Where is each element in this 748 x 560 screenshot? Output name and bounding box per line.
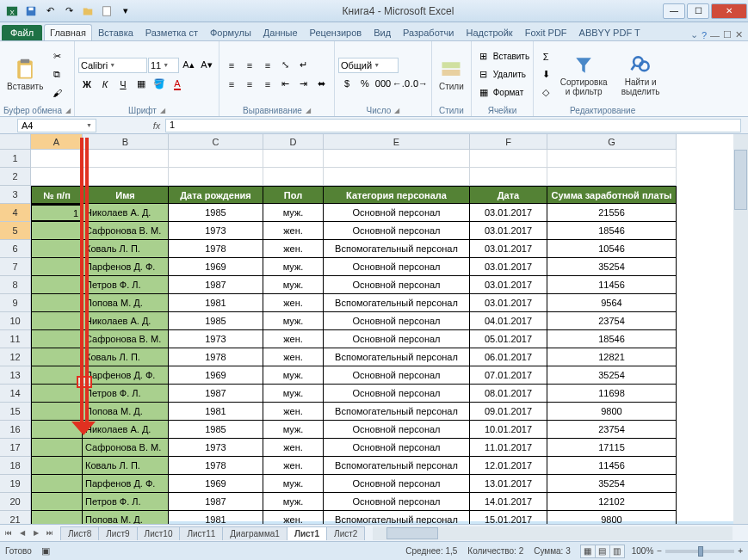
sheet-tab[interactable]: Лист8 [60, 526, 99, 540]
cell[interactable]: 23754 [547, 312, 677, 330]
qat-more-icon[interactable]: ▾ [117, 3, 134, 20]
ribbon-tab-8[interactable]: Надстройк [460, 24, 518, 40]
cell[interactable] [31, 457, 83, 475]
file-tab[interactable]: Файл [2, 25, 42, 40]
sheet-tab[interactable]: Диаграмма1 [222, 526, 287, 540]
cell[interactable]: Основной персонал [324, 366, 470, 385]
currency-icon[interactable]: $ [338, 75, 355, 92]
cell[interactable]: 03.01.2017 [470, 204, 547, 222]
row-header-9[interactable]: 9 [0, 294, 31, 312]
column-header-A[interactable]: A [31, 134, 83, 150]
cell[interactable]: 12102 [547, 493, 677, 511]
cell[interactable]: муж. [263, 421, 324, 439]
zoom-level[interactable]: 100% [632, 546, 654, 556]
cell[interactable]: 03.01.2017 [470, 294, 547, 312]
select-all-corner[interactable] [0, 134, 31, 150]
name-box[interactable]: A4▼ [17, 119, 96, 132]
cells-area[interactable]: № п/пИмяДата рожденияПолКатегория персон… [31, 150, 748, 529]
cell[interactable]: 1973 [169, 222, 263, 240]
cell[interactable]: Основной персонал [324, 330, 470, 348]
doc-restore-icon[interactable]: ☐ [723, 29, 732, 40]
cell[interactable] [31, 312, 83, 330]
worksheet-grid[interactable]: ABCDEFG 12345678910111213141516171819202… [0, 134, 748, 521]
sheet-last-icon[interactable]: ⏭ [43, 526, 57, 540]
cell[interactable]: муж. [263, 366, 324, 385]
table-header-cell[interactable]: Сумма заработной платы [547, 186, 677, 204]
vertical-scrollbar[interactable] [733, 134, 748, 524]
cell[interactable]: 1969 [169, 258, 263, 276]
cell[interactable]: 03.01.2017 [470, 240, 547, 258]
cell[interactable]: 18546 [547, 222, 677, 240]
cell[interactable]: жен. [263, 439, 324, 457]
cell[interactable]: Николаев А. Д. [83, 312, 169, 330]
cell[interactable]: муж. [263, 204, 324, 222]
number-format-combo[interactable]: Общий▼ [338, 58, 399, 73]
minimize-button[interactable]: — [663, 3, 685, 19]
cell[interactable]: Основной персонал [324, 222, 470, 240]
cell[interactable]: 35254 [547, 258, 677, 276]
cell[interactable]: Основной персонал [324, 421, 470, 439]
ribbon-tab-5[interactable]: Рецензиров [304, 24, 368, 40]
normal-view-icon[interactable]: ▦ [580, 545, 596, 558]
cell[interactable] [31, 222, 83, 240]
cell[interactable] [547, 150, 677, 168]
doc-minimize-icon[interactable]: — [710, 30, 720, 40]
sheet-tab[interactable]: Лист9 [98, 526, 137, 540]
sheet-tab[interactable]: Лист11 [179, 526, 223, 540]
cell[interactable] [31, 366, 83, 385]
cell[interactable] [31, 330, 83, 348]
cell[interactable]: 11456 [547, 457, 677, 475]
align-middle-icon[interactable]: ≡ [241, 57, 258, 74]
sheet-next-icon[interactable]: ▶ [29, 526, 43, 540]
cell[interactable]: Основной персонал [324, 258, 470, 276]
ribbon-tab-0[interactable]: Главная [44, 24, 92, 40]
cell[interactable]: Сафронова В. М. [83, 439, 169, 457]
cell[interactable] [324, 168, 470, 186]
cell[interactable] [31, 240, 83, 258]
fill-icon[interactable]: ⬇ [537, 66, 554, 83]
ribbon-tab-2[interactable]: Разметка ст [139, 24, 204, 40]
ribbon-tab-7[interactable]: Разработчи [397, 24, 460, 40]
paste-button[interactable]: Вставить [3, 43, 46, 106]
cell[interactable]: Основной персонал [324, 439, 470, 457]
cell[interactable] [263, 150, 324, 168]
cell[interactable]: 1987 [169, 385, 263, 403]
cell[interactable]: 06.01.2017 [470, 348, 547, 366]
cell[interactable]: 1973 [169, 330, 263, 348]
align-left-icon[interactable]: ≡ [223, 76, 240, 93]
column-header-G[interactable]: G [547, 134, 677, 150]
formula-input[interactable]: 1 [165, 119, 741, 132]
font-launcher-icon[interactable]: ◢ [160, 107, 165, 114]
cell[interactable]: Попова М. Д. [83, 294, 169, 312]
cell[interactable]: жен. [263, 457, 324, 475]
align-right-icon[interactable]: ≡ [259, 76, 276, 93]
cell[interactable]: 04.01.2017 [470, 312, 547, 330]
decrease-decimal-icon[interactable]: .0→ [411, 75, 428, 92]
row-header-20[interactable]: 20 [0, 493, 31, 511]
page-break-view-icon[interactable]: ▥ [609, 545, 625, 558]
row-header-6[interactable]: 6 [0, 240, 31, 258]
cell[interactable]: 1987 [169, 276, 263, 294]
row-header-16[interactable]: 16 [0, 421, 31, 439]
cell[interactable] [83, 168, 169, 186]
row-header-18[interactable]: 18 [0, 457, 31, 475]
cell[interactable] [31, 421, 83, 439]
cell[interactable]: жен. [263, 403, 324, 421]
cell[interactable]: 1985 [169, 421, 263, 439]
cell[interactable]: 1981 [169, 403, 263, 421]
cell[interactable]: Основной персонал [324, 493, 470, 511]
table-header-cell[interactable]: Дата [470, 186, 547, 204]
column-header-D[interactable]: D [263, 134, 324, 150]
row-header-3[interactable]: 3 [0, 186, 31, 204]
ribbon-tab-3[interactable]: Формулы [204, 24, 257, 40]
zoom-slider[interactable] [665, 550, 734, 553]
cell[interactable]: Основной персонал [324, 475, 470, 493]
font-name-combo[interactable]: Calibri▼ [78, 58, 147, 73]
cell[interactable]: 1981 [169, 294, 263, 312]
sheet-tab[interactable]: Лист2 [326, 526, 365, 540]
cell[interactable]: Коваль Л. П. [83, 457, 169, 475]
page-layout-view-icon[interactable]: ▤ [595, 545, 610, 558]
save-icon[interactable] [22, 3, 40, 20]
cut-icon[interactable]: ✂ [48, 48, 65, 65]
cell[interactable]: Коваль Л. П. [83, 348, 169, 366]
